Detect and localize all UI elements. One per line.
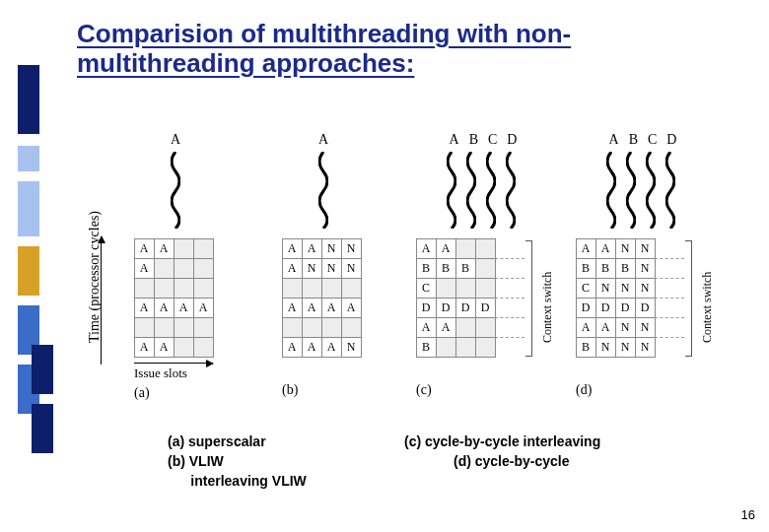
grid-cell — [154, 258, 175, 279]
context-switch-dash — [655, 298, 684, 299]
grid-cell — [134, 317, 155, 338]
grid-cell — [436, 278, 456, 299]
thread-squiggle-icon — [665, 152, 675, 229]
legend-b: (b) VLIW — [168, 453, 224, 469]
panel-b-grid: AANNANNNAAAAAAAN — [282, 238, 373, 357]
grid-cell: A — [416, 238, 437, 259]
title-line-1: Comparision of multithreading with non- — [77, 19, 571, 48]
grid-cell: A — [193, 298, 214, 318]
grid-cell: N — [635, 278, 656, 299]
grid-cell: N — [321, 258, 342, 279]
x-axis-arrow-icon — [134, 363, 213, 364]
grid-cell: D — [615, 298, 636, 318]
grid-cell: N — [615, 238, 636, 259]
grid-cell: N — [635, 317, 656, 338]
thread-label: C — [648, 132, 657, 148]
grid-cell — [193, 317, 214, 338]
grid-cell: A — [416, 317, 437, 338]
grid-cell — [302, 317, 322, 338]
panel-b: A AANNANNNAAAAAAAN (b) — [274, 132, 373, 398]
panel-c-threads — [412, 152, 550, 229]
grid-cell: C — [416, 278, 437, 299]
grid-cell: B — [436, 258, 456, 279]
grid-cell — [455, 278, 476, 299]
grid-cell: A — [154, 238, 175, 259]
grid-cell: A — [576, 238, 596, 259]
grid-cell: A — [282, 298, 303, 318]
x-axis-label: Issue slots — [134, 366, 225, 381]
grid-cell — [321, 278, 342, 299]
legend-c: (c) cycle-by-cycle interleaving — [404, 433, 600, 449]
grid-cell — [174, 317, 194, 338]
grid-cell: A — [282, 258, 303, 279]
thread-squiggle-icon — [318, 152, 328, 229]
panel-b-thread-labels: A — [274, 132, 373, 148]
grid-cell — [475, 238, 496, 259]
grid-cell: B — [615, 258, 636, 279]
grid-cell: N — [635, 337, 656, 358]
grid-cell: B — [595, 258, 616, 279]
grid-cell: B — [455, 258, 476, 279]
grid-cell — [154, 278, 175, 299]
panel-b-caption: (b) — [282, 382, 373, 398]
grid-cell — [174, 278, 194, 299]
grid-cell — [282, 317, 303, 338]
grid-cell — [193, 238, 214, 259]
context-switch-dash — [495, 317, 524, 318]
grid-cell: N — [635, 258, 656, 279]
thread-squiggle-icon — [466, 152, 476, 229]
grid-cell: A — [595, 238, 616, 259]
grid-cell — [174, 238, 194, 259]
grid-cell: N — [341, 337, 362, 358]
legend-d: (d) cycle-by-cycle — [454, 453, 570, 469]
thread-squiggle-icon — [646, 152, 656, 229]
grid-cell: N — [595, 337, 616, 358]
grid-cell — [341, 317, 362, 338]
panel-d-thread-labels: A B C D — [572, 132, 710, 148]
thread-squiggle-icon — [447, 152, 456, 229]
context-switch-dash — [495, 337, 524, 338]
grid-cell: A — [595, 317, 616, 338]
grid-cell — [321, 317, 342, 338]
grid-cell: D — [416, 298, 437, 318]
grid-cell: A — [134, 298, 155, 318]
thread-label: A — [609, 132, 619, 148]
panel-b-threads — [274, 152, 373, 229]
legend-d-indent: interleaving VLIW — [168, 473, 307, 489]
panel-a-thread-labels: A — [126, 132, 225, 148]
grid-cell: N — [635, 238, 656, 259]
context-switch-dash — [655, 278, 684, 279]
panel-a: A AAAAAAAAA Issue slots (a) — [126, 132, 225, 401]
slide-title: Comparision of multithreading with non- … — [77, 20, 571, 79]
thread-label: B — [469, 132, 478, 148]
grid-cell: D — [475, 298, 496, 318]
grid-cell: C — [576, 278, 596, 299]
grid-cell — [475, 317, 496, 338]
context-switch-label: Context switch — [700, 272, 715, 343]
context-switch-dash — [655, 337, 684, 338]
page-number: 16 — [741, 507, 755, 522]
context-switch-label: Context switch — [540, 272, 555, 343]
legend-a: (a) superscalar — [168, 433, 266, 449]
thread-label: A — [450, 132, 459, 148]
grid-cell: A — [302, 337, 322, 358]
grid-cell: D — [595, 298, 616, 318]
grid-cell: A — [282, 337, 303, 358]
context-switch-brace-icon — [526, 240, 532, 357]
panel-d-threads — [572, 152, 710, 229]
thread-label: D — [507, 132, 517, 148]
grid-cell: B — [416, 337, 437, 358]
grid-cell — [455, 337, 476, 358]
grid-cell: N — [302, 258, 322, 279]
thread-squiggle-icon — [626, 152, 636, 229]
slide-decoration-sidebar — [0, 0, 59, 532]
grid-cell — [475, 337, 496, 358]
grid-cell: N — [595, 278, 616, 299]
grid-cell: N — [321, 238, 342, 259]
grid-cell — [341, 278, 362, 299]
grid-cell — [193, 337, 214, 358]
thread-squiggle-icon — [506, 152, 516, 229]
grid-cell: B — [576, 258, 596, 279]
grid-cell — [174, 337, 194, 358]
grid-cell — [134, 278, 155, 299]
